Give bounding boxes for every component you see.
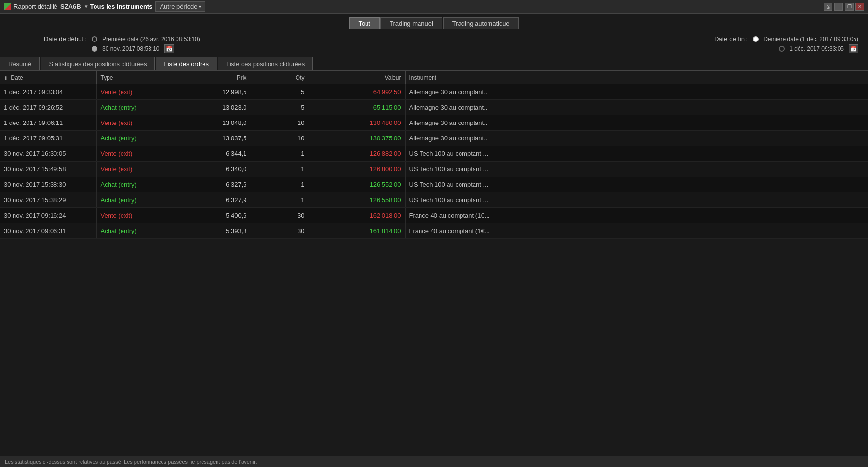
cell-type: Vente (exit) bbox=[96, 146, 174, 162]
cell-type: Achat (entry) bbox=[96, 100, 174, 115]
col-instrument[interactable]: Instrument bbox=[405, 71, 868, 84]
col-prix[interactable]: Prix bbox=[174, 71, 251, 84]
title-bar: Rapport détaillé SZA6B ▼ Tous les instru… bbox=[0, 0, 868, 14]
cell-instrument: Allemagne 30 au comptant... bbox=[405, 84, 868, 100]
instruments-dropdown[interactable]: ▼ Tous les instruments bbox=[84, 3, 153, 10]
cell-prix: 6 327,6 bbox=[174, 177, 251, 192]
cell-instrument: Allemagne 30 au comptant... bbox=[405, 100, 868, 115]
cell-qty: 1 bbox=[251, 162, 309, 177]
period-selector[interactable]: Autre période ▾ bbox=[155, 1, 205, 12]
cell-type: Vente (exit) bbox=[96, 115, 174, 131]
cell-valeur: 162 018,00 bbox=[309, 208, 405, 223]
cell-qty: 10 bbox=[251, 131, 309, 146]
mode-tabs-bar: Tout Trading manuel Trading automatique bbox=[0, 14, 868, 32]
instruments-label: Tous les instruments bbox=[90, 3, 153, 10]
cell-qty: 5 bbox=[251, 84, 309, 100]
app-icon bbox=[4, 3, 11, 10]
radio-last-date[interactable] bbox=[753, 36, 759, 42]
table-row: 30 nov. 2017 09:06:31 Achat (entry) 5 39… bbox=[0, 223, 868, 239]
tab-orders[interactable]: Liste des ordres bbox=[156, 57, 217, 70]
cell-instrument: France 40 au comptant (1€... bbox=[405, 208, 868, 223]
cell-prix: 13 048,0 bbox=[174, 115, 251, 131]
table-row: 30 nov. 2017 15:38:29 Achat (entry) 6 32… bbox=[0, 192, 868, 208]
end-date-label: Date de fin : bbox=[690, 35, 748, 42]
cell-prix: 6 327,9 bbox=[174, 192, 251, 208]
cell-date: 30 nov. 2017 15:38:30 bbox=[0, 177, 96, 192]
cell-date: 1 déc. 2017 09:05:31 bbox=[0, 131, 96, 146]
cell-valeur: 65 115,00 bbox=[309, 100, 405, 115]
cell-date: 1 déc. 2017 09:26:52 bbox=[0, 100, 96, 115]
cell-valeur: 161 814,00 bbox=[309, 223, 405, 239]
table-row: 30 nov. 2017 15:38:30 Achat (entry) 6 32… bbox=[0, 177, 868, 192]
footer: Les statistiques ci-dessus sont relative… bbox=[0, 456, 868, 467]
table-container: ⬆ Date Type Prix Qty Valeur Instrument bbox=[0, 71, 868, 426]
cell-prix: 13 037,5 bbox=[174, 131, 251, 146]
selected-end-date: 1 déc. 2017 09:33:05 bbox=[789, 45, 844, 52]
cell-date: 30 nov. 2017 09:06:31 bbox=[0, 223, 96, 239]
table-row: 30 nov. 2017 15:49:58 Vente (exit) 6 340… bbox=[0, 162, 868, 177]
orders-table: ⬆ Date Type Prix Qty Valeur Instrument bbox=[0, 71, 868, 239]
cell-qty: 1 bbox=[251, 177, 309, 192]
col-type[interactable]: Type bbox=[96, 71, 174, 84]
cell-date: 30 nov. 2017 15:38:29 bbox=[0, 192, 96, 208]
cell-qty: 30 bbox=[251, 208, 309, 223]
tab-positions[interactable]: Liste des positions clôturées bbox=[218, 57, 313, 70]
cell-instrument: Allemagne 30 au comptant... bbox=[405, 115, 868, 131]
radio-selected-end[interactable] bbox=[779, 46, 785, 52]
cell-type: Vente (exit) bbox=[96, 208, 174, 223]
tab-resume[interactable]: Résumé bbox=[0, 57, 40, 70]
col-valeur[interactable]: Valeur bbox=[309, 71, 405, 84]
cell-prix: 6 340,0 bbox=[174, 162, 251, 177]
table-row: 1 déc. 2017 09:06:11 Vente (exit) 13 048… bbox=[0, 115, 868, 131]
col-qty[interactable]: Qty bbox=[251, 71, 309, 84]
cell-type: Vente (exit) bbox=[96, 162, 174, 177]
cell-date: 1 déc. 2017 09:33:04 bbox=[0, 84, 96, 100]
print-button[interactable]: 🖨 bbox=[824, 3, 832, 11]
col-date[interactable]: ⬆ Date bbox=[0, 71, 96, 84]
radio-first-date[interactable] bbox=[92, 36, 97, 42]
cell-type: Achat (entry) bbox=[96, 177, 174, 192]
cell-valeur: 126 882,00 bbox=[309, 146, 405, 162]
cell-date: 30 nov. 2017 16:30:05 bbox=[0, 146, 96, 162]
period-label: Autre période bbox=[160, 3, 197, 10]
cell-instrument: US Tech 100 au comptant ... bbox=[405, 162, 868, 177]
table-row: 1 déc. 2017 09:05:31 Achat (entry) 13 03… bbox=[0, 131, 868, 146]
cell-instrument: US Tech 100 au comptant ... bbox=[405, 146, 868, 162]
cell-date: 30 nov. 2017 15:49:58 bbox=[0, 162, 96, 177]
start-calendar-button[interactable]: 📅 bbox=[164, 44, 174, 53]
cell-date: 30 nov. 2017 09:16:24 bbox=[0, 208, 96, 223]
cell-date: 1 déc. 2017 09:06:11 bbox=[0, 115, 96, 131]
cell-prix: 6 344,1 bbox=[174, 146, 251, 162]
cell-prix: 13 023,0 bbox=[174, 100, 251, 115]
radio-selected-start[interactable] bbox=[92, 46, 97, 52]
cell-prix: 12 998,5 bbox=[174, 84, 251, 100]
cell-valeur: 130 480,00 bbox=[309, 115, 405, 131]
footer-text: Les statistiques ci-dessus sont relative… bbox=[5, 459, 257, 465]
tab-tout[interactable]: Tout bbox=[349, 17, 380, 29]
cell-qty: 30 bbox=[251, 223, 309, 239]
tab-stats[interactable]: Statistiques des positions clôturées bbox=[41, 57, 155, 70]
cell-valeur: 126 800,00 bbox=[309, 162, 405, 177]
end-calendar-button[interactable]: 📅 bbox=[849, 44, 858, 53]
cell-valeur: 126 552,00 bbox=[309, 177, 405, 192]
dropdown-arrow: ▼ bbox=[84, 4, 89, 9]
content-tabs-bar: Résumé Statistiques des positions clôtur… bbox=[0, 57, 868, 71]
cell-qty: 1 bbox=[251, 192, 309, 208]
cell-instrument: France 40 au comptant (1€... bbox=[405, 223, 868, 239]
minimize-button[interactable]: _ bbox=[834, 3, 843, 11]
account-label: SZA6B bbox=[60, 3, 81, 10]
cell-valeur: 130 375,00 bbox=[309, 131, 405, 146]
last-date-text: Dernière date (1 déc. 2017 09:33:05) bbox=[763, 36, 858, 42]
sort-arrow-date: ⬆ bbox=[4, 75, 8, 81]
tab-trading-automatique[interactable]: Trading automatique bbox=[443, 17, 519, 29]
table-header-row: ⬆ Date Type Prix Qty Valeur Instrument bbox=[0, 71, 868, 84]
tab-trading-manuel[interactable]: Trading manuel bbox=[380, 17, 442, 29]
table-row: 1 déc. 2017 09:26:52 Achat (entry) 13 02… bbox=[0, 100, 868, 115]
window-controls: 🖨 _ ❐ ✕ bbox=[824, 3, 864, 11]
table-row: 30 nov. 2017 09:16:24 Vente (exit) 5 400… bbox=[0, 208, 868, 223]
cell-type: Vente (exit) bbox=[96, 84, 174, 100]
cell-type: Achat (entry) bbox=[96, 192, 174, 208]
restore-button[interactable]: ❐ bbox=[845, 3, 854, 11]
table-row: 30 nov. 2017 16:30:05 Vente (exit) 6 344… bbox=[0, 146, 868, 162]
close-button[interactable]: ✕ bbox=[855, 3, 864, 11]
